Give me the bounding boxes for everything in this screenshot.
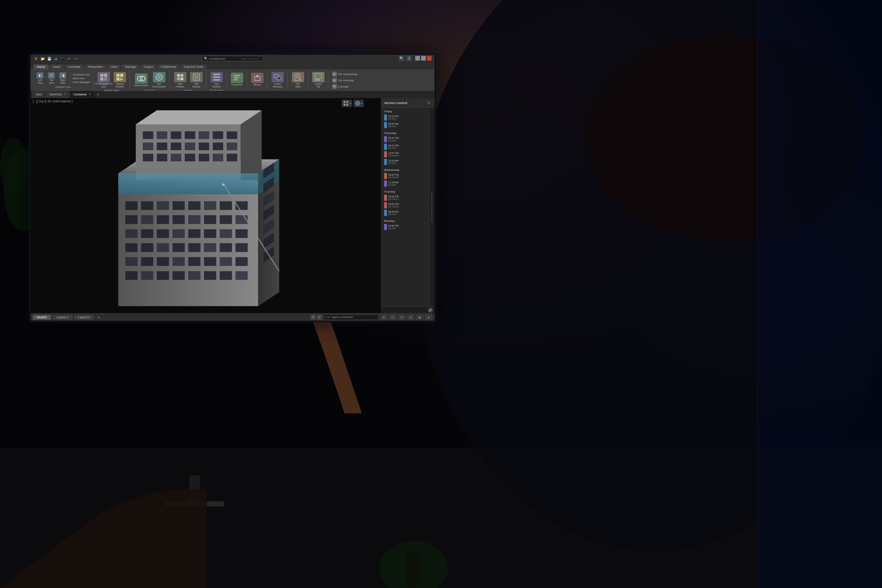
svg-rect-103	[141, 271, 153, 280]
version-item[interactable]: 03:41 PM by marcio	[383, 172, 428, 180]
svg-rect-19	[117, 74, 120, 77]
version-item[interactable]: 11:18 AM by josh	[383, 180, 428, 188]
tab-output[interactable]: Output	[140, 64, 156, 69]
svg-rect-78	[125, 229, 138, 238]
named-join-btn[interactable]: NamedJoin	[96, 71, 111, 88]
user-action-btn[interactable]: 👤	[406, 56, 412, 61]
panel-bottom-btn[interactable]: 🔊	[428, 307, 433, 313]
osnap-btn[interactable]: ◉	[416, 315, 423, 320]
version-item[interactable]: 05:00 PM by marcio	[383, 194, 428, 201]
layout2-tab[interactable]: Layout 2	[74, 315, 94, 320]
layout1-tab[interactable]: Layout 1	[52, 315, 73, 320]
command-input[interactable]: ⊙ ▸ Type a command	[324, 315, 379, 320]
ultracompare-btn[interactable]: Ultracompare	[133, 73, 150, 87]
svg-rect-30	[180, 78, 183, 80]
version-control-content: Today 03:15 PM by terry	[381, 108, 429, 306]
tab-sketches[interactable]: Sketches ×	[46, 91, 70, 98]
top-view-btn[interactable]: ⊡ TopView	[46, 72, 57, 85]
tab-insert[interactable]: Insert	[49, 64, 64, 69]
version-item[interactable]: 12:57 PM by marcio	[383, 150, 428, 158]
svg-rect-65	[172, 201, 185, 210]
properties-btn[interactable]: Properties	[230, 72, 244, 87]
ribbon-content: ◧ LeftView ⊡ TopView ◨ RightView	[31, 69, 435, 91]
new-file-btn[interactable]: 🗎	[33, 56, 39, 62]
svg-rect-110	[142, 131, 153, 139]
right-view-btn[interactable]: ◨ RightView	[57, 72, 68, 85]
version-item[interactable]: 09:44 AM by terry	[383, 209, 428, 217]
snap-btn[interactable]: ⊡	[389, 315, 396, 320]
cancel-cmd-btn[interactable]: ×	[310, 315, 316, 320]
minimize-btn[interactable]: −	[415, 56, 420, 61]
switch-windows-btn[interactable]: SwitchWindows	[270, 71, 285, 88]
tool-palettes-btn[interactable]: ToolPalettes	[209, 71, 224, 88]
svg-rect-125	[157, 154, 167, 161]
tab-annotate[interactable]: Annotate	[65, 64, 84, 69]
version-item[interactable]: 09:44 AM by terry	[383, 121, 428, 129]
title-search-bar[interactable]: 🔍 Container.arc type to search...	[201, 56, 264, 62]
tab-home[interactable]: Home	[33, 64, 49, 69]
svg-rect-129	[213, 154, 223, 161]
svg-rect-113	[184, 131, 195, 139]
add-tab-btn[interactable]: +	[95, 91, 102, 98]
new-view-item[interactable]: New view	[72, 76, 91, 80]
svg-rect-87	[141, 243, 153, 252]
version-item[interactable]: 03:00 PM by josh	[383, 223, 428, 231]
version-item[interactable]: 04:11 PM by terry	[383, 143, 428, 150]
polar-btn[interactable]: ◎	[407, 315, 414, 320]
version-item[interactable]: 06:27 PM by josh	[383, 135, 428, 143]
version-color-indicator	[384, 210, 387, 216]
add-layout-btn[interactable]: +	[95, 314, 102, 320]
svg-rect-130	[227, 154, 237, 161]
tile-horizontally-label: Tile Horizontally	[338, 73, 358, 76]
tab-container[interactable]: Container ×	[70, 91, 94, 98]
tab-parametric[interactable]: Parametric	[85, 64, 107, 69]
open-file-btn[interactable]: 📂	[40, 56, 45, 62]
save-btn[interactable]: 💾	[46, 56, 52, 62]
tab-container-close[interactable]: ×	[89, 93, 91, 96]
maximize-btn[interactable]: □	[421, 56, 426, 61]
grid-btn[interactable]: ⊞	[380, 315, 388, 320]
tab-manage[interactable]: Manage	[121, 64, 140, 69]
ortho-btn[interactable]: ⊟	[398, 315, 405, 320]
unsaved-view-item[interactable]: Unsaved view	[72, 73, 91, 76]
undo-btn[interactable]: ↩	[66, 56, 72, 62]
minimize-panel-btn[interactable]: ▲	[425, 315, 432, 320]
dimcompare-btn[interactable]: DimDimcompare	[151, 71, 168, 88]
redo-btn[interactable]: ↪	[73, 56, 78, 62]
blocks-btn[interactable]: Blocks	[250, 72, 265, 87]
version-control-refresh-btn[interactable]: ↻	[426, 100, 432, 106]
tab-start[interactable]: Start	[32, 91, 45, 98]
svg-rect-83	[204, 229, 216, 238]
models-tab[interactable]: Models	[33, 315, 51, 320]
tab-sketches-close[interactable]: ×	[64, 93, 66, 96]
search-action-btn[interactable]: 🔍	[399, 56, 404, 61]
version-item[interactable]: 03:15 PM by terry	[383, 114, 428, 121]
print-btn[interactable]: 🖨	[53, 56, 58, 62]
close-btn[interactable]: ×	[427, 56, 432, 61]
model-viewports-item[interactable]: Model Viewports	[95, 82, 112, 85]
tab-view[interactable]: View	[107, 64, 121, 69]
tab-collaborate[interactable]: Collaborate	[157, 64, 180, 69]
3d-viewport[interactable]: [ - ][ Top ][ 3D Solid Material ] ▾	[31, 98, 381, 313]
version-item[interactable]: 03:51 PM by marcio	[383, 201, 428, 209]
view-manager-item[interactable]: View Manager	[72, 80, 91, 84]
svg-rect-16	[104, 74, 107, 77]
tile-horizontally-item[interactable]: ⊟ Tile Horizontally	[331, 71, 358, 77]
tab-express-tools[interactable]: Express Tools	[180, 64, 207, 69]
svg-rect-109	[236, 271, 248, 280]
add-palettes-btn[interactable]: AddPalettes	[172, 71, 188, 88]
file-table-btn[interactable]: FileTable	[291, 71, 306, 88]
cascade-item[interactable]: ⧉ Cascade	[331, 84, 350, 89]
confirm-cmd-btn[interactable]: ✓	[316, 315, 322, 320]
named-restore-btn[interactable]: NamedRestore	[112, 71, 128, 88]
layout-tab-btn[interactable]: LayoutTab	[311, 71, 326, 88]
add-opacity-btn[interactable]: AddOpacity	[189, 71, 204, 88]
mobile-btn[interactable]: 📱	[60, 56, 65, 62]
ribbon-group-palettes: AddPalettes AddOpacity P	[171, 70, 206, 89]
svg-rect-104	[157, 271, 169, 280]
version-item[interactable]: 10:03 AM by terry	[383, 158, 428, 166]
command-bar: × ✓ ⊙ ▸ Type a command	[310, 315, 379, 320]
tile-vertically-item[interactable]: ⊟ Tile Vertically	[331, 78, 355, 83]
left-view-btn[interactable]: ◧ LeftView	[35, 72, 45, 85]
interface-buttons: ⊟ Tile Horizontally ⊟ Tile Vertically ⧉ …	[331, 71, 358, 89]
